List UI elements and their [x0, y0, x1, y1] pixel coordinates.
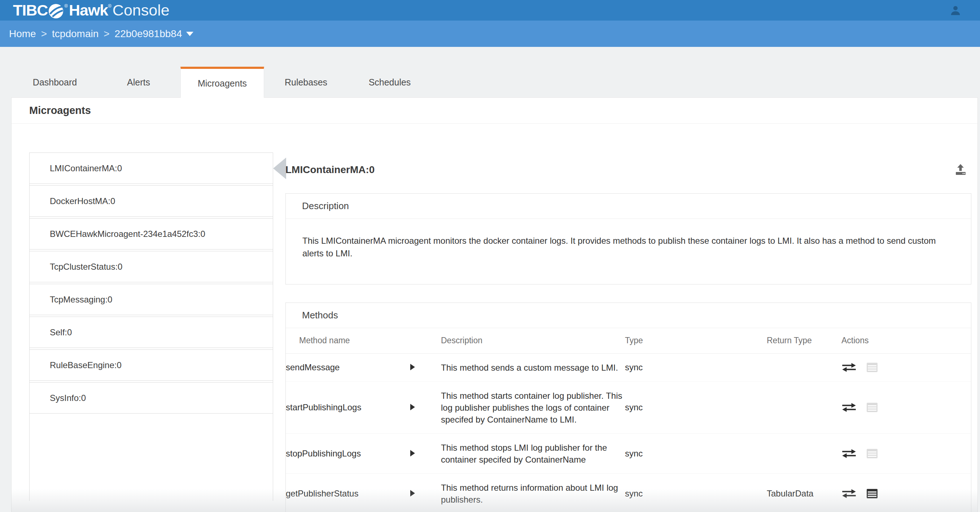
tab-alerts[interactable]: Alerts: [97, 67, 180, 98]
sidebar-item-dockerhostma[interactable]: DockerHostMA:0: [30, 185, 273, 217]
chevron-down-icon: [186, 32, 193, 36]
sidebar-item-label: TcpClusterStatus:0: [50, 262, 123, 272]
swap-arrows-icon[interactable]: [842, 488, 857, 499]
page-title: Microagents: [29, 105, 91, 116]
description-header: Description: [286, 193, 971, 219]
column-description: Description: [441, 328, 625, 353]
column-type: Type: [625, 328, 767, 353]
sidebar-item-label: Self:0: [50, 327, 72, 338]
method-row-getpublisherstatus: getPublisherStatus This method returns i…: [286, 474, 971, 512]
sidebar-item-label: RuleBaseEngine:0: [50, 360, 122, 370]
breadcrumb-separator: >: [41, 28, 47, 40]
sidebar-item-lmicontainerma[interactable]: LMIContainerMA:0: [30, 152, 273, 184]
method-return-type: TabularData: [767, 474, 842, 512]
microagent-detail-panel: LMIContainerMA:0 Description This LMICon…: [285, 98, 971, 512]
methods-table: Method name Description Type Return Type…: [286, 328, 971, 512]
column-return-type: Return Type: [767, 328, 842, 353]
sidebar-item-label: SysInfo:0: [50, 393, 86, 403]
method-description: This method returns information about LM…: [441, 474, 625, 512]
user-icon[interactable]: [950, 5, 961, 16]
topbar-right-group: Sign Out: [950, 0, 980, 21]
registered-mark: ®: [108, 3, 111, 9]
tibco-hawk-logo: TIBC ® Hawk ® Console: [13, 0, 170, 21]
upload-icon[interactable]: [954, 164, 967, 176]
tab-dashboard[interactable]: Dashboard: [13, 67, 97, 98]
method-name: sendMessage: [286, 353, 410, 382]
method-return-type: [767, 382, 842, 433]
table-icon: [867, 363, 878, 372]
tab-schedules[interactable]: Schedules: [348, 67, 431, 98]
swap-arrows-icon[interactable]: [842, 402, 857, 413]
method-row-startpublishinglogs: startPublishingLogs This method starts c…: [286, 382, 971, 433]
sidebar-item-bwcehawkmicroagent[interactable]: BWCEHawkMicroagent-234e1a452fc3:0: [30, 218, 273, 249]
registered-mark: ®: [64, 3, 68, 9]
method-type: sync: [625, 433, 767, 474]
expand-caret-icon[interactable]: [410, 490, 415, 496]
method-description: This method stops LMI log publisher for …: [441, 433, 625, 474]
sidebar-item-label: LMIContainerMA:0: [50, 163, 122, 173]
method-row-stoppublishinglogs: stopPublishingLogs This method stops LMI…: [286, 433, 971, 474]
expand-caret-icon[interactable]: [410, 404, 415, 410]
tibco-swirl-o-icon: [48, 3, 64, 19]
tab-rulebases[interactable]: Rulebases: [264, 67, 348, 98]
tab-bar: Dashboard Alerts Microagents Rulebases S…: [13, 67, 431, 98]
detail-title: LMIContainerMA:0: [285, 164, 374, 176]
method-description: This method sends a custom message to LM…: [441, 353, 625, 382]
logo-brand-text: TIBC: [13, 3, 48, 18]
method-return-type: [767, 433, 842, 474]
table-icon: [867, 403, 878, 412]
column-actions: Actions: [842, 328, 971, 353]
method-type: sync: [625, 353, 767, 382]
logo-suffix-text: Console: [113, 3, 170, 18]
logo-product-text: Hawk: [69, 3, 108, 18]
description-text: This LMIContainerMA microagent monitors …: [302, 235, 955, 260]
breadcrumb-domain-link[interactable]: tcpdomain: [52, 28, 99, 40]
sidebar-item-self[interactable]: Self:0: [30, 317, 273, 348]
sidebar-item-label: TcpMessaging:0: [50, 295, 112, 305]
top-bar: TIBC ® Hawk ® Console Sign Out: [0, 0, 980, 21]
expand-caret-icon[interactable]: [410, 450, 415, 457]
method-type: sync: [625, 382, 767, 433]
sidebar-item-rulebaseengine[interactable]: RuleBaseEngine:0: [30, 349, 273, 381]
method-name: stopPublishingLogs: [286, 433, 410, 474]
method-name: startPublishingLogs: [286, 382, 410, 433]
method-name: getPublisherStatus: [286, 474, 410, 512]
method-return-type: [767, 353, 842, 382]
detail-title-row: LMIContainerMA:0: [285, 160, 971, 180]
expand-caret-icon[interactable]: [410, 364, 415, 370]
microagent-list: LMIContainerMA:0 DockerHostMA:0 BWCEHawk…: [29, 152, 273, 501]
breadcrumb-home-link[interactable]: Home: [9, 28, 36, 40]
description-panel: Description This LMIContainerMA microage…: [285, 193, 971, 284]
breadcrumb-agent-label: 22b0e981bb84: [115, 28, 182, 40]
tab-microagents[interactable]: Microagents: [180, 67, 264, 98]
column-spacer: [410, 328, 441, 353]
methods-panel: Methods Method name Description Type Ret…: [285, 303, 971, 512]
swap-arrows-icon[interactable]: [842, 448, 857, 459]
breadcrumb-agent-dropdown[interactable]: 22b0e981bb84: [115, 28, 194, 40]
swap-arrows-icon[interactable]: [842, 362, 857, 373]
sidebar-item-sysinfo[interactable]: SysInfo:0: [30, 382, 273, 414]
table-icon[interactable]: [867, 489, 878, 498]
sidebar-item-tcpmessaging[interactable]: TcpMessaging:0: [30, 284, 273, 315]
method-row-sendmessage: sendMessage This method sends a custom m…: [286, 353, 971, 382]
selected-item-pointer-icon: [273, 158, 286, 179]
sidebar-item-tcpclusterstatus[interactable]: TcpClusterStatus:0: [30, 251, 273, 282]
column-method-name: Method name: [286, 328, 410, 353]
method-type: sync: [625, 474, 767, 512]
table-icon: [867, 449, 878, 458]
method-description: This method starts container log publish…: [441, 382, 625, 433]
methods-header-row: Method name Description Type Return Type…: [286, 328, 971, 353]
content-card: Microagents LMIContainerMA:0 DockerHostM…: [11, 97, 978, 512]
breadcrumb-separator: >: [103, 28, 109, 40]
sidebar-item-label: DockerHostMA:0: [50, 196, 115, 206]
breadcrumb: Home > tcpdomain > 22b0e981bb84: [0, 21, 980, 47]
methods-header: Methods: [286, 303, 971, 328]
sidebar-item-label: BWCEHawkMicroagent-234e1a452fc3:0: [50, 229, 205, 239]
